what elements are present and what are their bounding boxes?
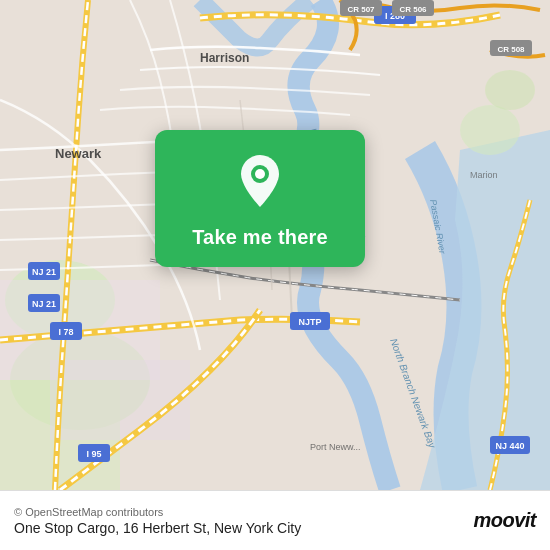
svg-point-4: [460, 105, 520, 155]
svg-text:NJ 21: NJ 21: [32, 299, 56, 309]
svg-text:NJ 440: NJ 440: [495, 441, 524, 451]
svg-text:I 95: I 95: [86, 449, 101, 459]
svg-text:I 78: I 78: [58, 327, 73, 337]
svg-text:Port Neww...: Port Neww...: [310, 442, 361, 452]
svg-point-5: [485, 70, 535, 110]
action-card[interactable]: Take me there: [155, 130, 365, 267]
svg-text:Newark: Newark: [55, 146, 102, 161]
moovit-logo: moovit: [473, 509, 536, 532]
osm-attribution: © OpenStreetMap contributors: [14, 506, 463, 518]
svg-text:CR 506: CR 506: [399, 5, 427, 14]
moovit-brand-text: moovit: [473, 509, 536, 532]
map-container: I 280 NJ 21 NJ 21 I 78 I 95 NJTP NJ 440 …: [0, 0, 550, 490]
take-me-there-button[interactable]: Take me there: [192, 226, 328, 249]
svg-point-36: [255, 169, 265, 179]
svg-text:NJ 21: NJ 21: [32, 267, 56, 277]
svg-text:CR 508: CR 508: [497, 45, 525, 54]
svg-text:NJTP: NJTP: [298, 317, 321, 327]
svg-rect-7: [50, 360, 190, 440]
location-address: One Stop Cargo, 16 Herbert St, New York …: [14, 520, 463, 536]
svg-text:CR 507: CR 507: [347, 5, 375, 14]
svg-text:Marion: Marion: [470, 170, 498, 180]
location-pin-icon: [230, 152, 290, 212]
svg-text:Harrison: Harrison: [200, 51, 249, 65]
footer-bar: © OpenStreetMap contributors One Stop Ca…: [0, 490, 550, 550]
